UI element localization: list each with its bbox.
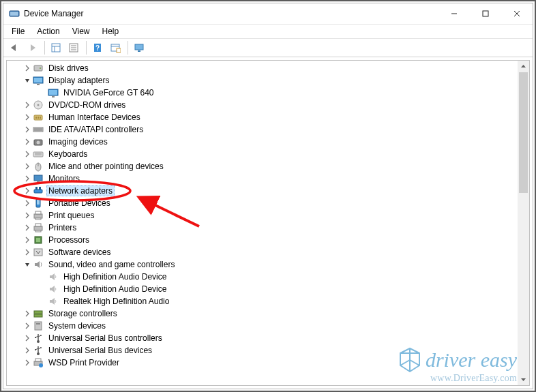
tree-item-label[interactable]: WSD Print Provider (46, 357, 121, 368)
tree-item-label[interactable]: Imaging devices (46, 136, 110, 147)
tree-item-label[interactable]: High Definition Audio Device (61, 271, 168, 282)
category-usb-devices[interactable]: Universal Serial Bus devices (7, 344, 518, 357)
software-icon (33, 247, 44, 258)
chevron-right-icon[interactable] (22, 222, 33, 233)
tree-item-label[interactable]: Human Interface Devices (46, 112, 143, 123)
category-software[interactable]: Software devices (7, 246, 518, 258)
category-disk-drives[interactable]: Disk drives (7, 62, 518, 74)
chevron-right-icon[interactable] (22, 345, 33, 356)
chevron-right-icon[interactable] (22, 308, 33, 319)
device-hda-2[interactable]: High Definition Audio Device (7, 283, 518, 295)
scroll-thumb[interactable] (519, 72, 528, 193)
svg-text:?: ? (95, 44, 100, 52)
tree-item-label[interactable]: Keyboards (46, 149, 89, 160)
menu-help[interactable]: Help (97, 25, 125, 37)
tree-item-label[interactable]: Portable Devices (46, 198, 113, 209)
scroll-down-icon[interactable] (518, 374, 529, 385)
category-system[interactable]: System devices (7, 320, 518, 332)
category-storage[interactable]: Storage controllers (7, 307, 518, 320)
tree-item-label[interactable]: Universal Serial Bus devices (46, 345, 154, 356)
menu-action[interactable]: Action (31, 25, 65, 37)
svg-rect-6 (52, 44, 60, 52)
chevron-right-icon[interactable] (22, 149, 33, 160)
speaker-icon (48, 296, 59, 307)
toolbar-forward-button[interactable] (24, 40, 40, 56)
ide-icon (33, 124, 44, 135)
category-ide[interactable]: IDE ATA/ATAPI controllers (7, 123, 518, 136)
category-usb-controllers[interactable]: Universal Serial Bus controllers (7, 332, 518, 344)
scroll-up-icon[interactable] (518, 61, 529, 72)
device-tree-panel: Disk drivesDisplay adaptersNVIDIA GeForc… (6, 60, 530, 386)
device-nvidia-gt640[interactable]: NVIDIA GeForce GT 640 (7, 87, 518, 99)
chevron-down-icon[interactable] (22, 259, 33, 270)
chevron-right-icon[interactable] (22, 136, 33, 147)
category-mice[interactable]: Mice and other pointing devices (7, 160, 518, 172)
tree-item-label[interactable]: Software devices (46, 247, 113, 258)
toolbar-show-hidden-button[interactable] (48, 40, 64, 56)
vertical-scrollbar[interactable] (518, 61, 529, 385)
tree-item-label[interactable]: Disk drives (46, 63, 91, 74)
category-dvd[interactable]: DVD/CD-ROM drives (7, 99, 518, 111)
category-wsd[interactable]: WSD Print Provider (7, 357, 518, 369)
tree-item-label[interactable]: Monitors (46, 173, 82, 184)
tree-item-label[interactable]: Display adapters (46, 75, 111, 86)
category-portable[interactable]: Portable Devices (7, 197, 518, 209)
chevron-right-icon[interactable] (22, 161, 33, 172)
category-sound[interactable]: Sound, video and game controllers (7, 258, 518, 271)
category-network-adapters[interactable]: Network adapters (7, 185, 518, 197)
chevron-right-icon[interactable] (22, 198, 33, 209)
category-processors[interactable]: Processors (7, 234, 518, 246)
tree-item-label[interactable]: System devices (46, 320, 108, 331)
close-button[interactable] (501, 3, 533, 24)
tree-item-label[interactable]: Print queues (46, 210, 96, 221)
device-manager-window: Device Manager File Action View Help (3, 3, 533, 389)
chevron-right-icon[interactable] (22, 320, 33, 331)
svg-rect-19 (138, 50, 140, 52)
toolbar-scan-button[interactable] (107, 40, 123, 56)
chevron-right-icon[interactable] (22, 247, 33, 258)
tree-item-label[interactable]: IDE ATA/ATAPI controllers (46, 124, 145, 135)
category-hid[interactable]: Human Interface Devices (7, 111, 518, 123)
tree-item-label[interactable]: Processors (46, 235, 91, 245)
category-printers[interactable]: Printers (7, 222, 518, 234)
maximize-button[interactable] (470, 3, 501, 24)
toolbar-properties-button[interactable] (65, 40, 82, 56)
tree-item-label[interactable]: Printers (46, 222, 78, 233)
category-monitors[interactable]: Monitors (7, 172, 518, 185)
chevron-right-icon[interactable] (22, 100, 33, 110)
toolbar-help-button[interactable]: ? (89, 40, 106, 56)
tree-item-label[interactable]: Universal Serial Bus controllers (46, 333, 164, 344)
category-display-adapters[interactable]: Display adapters (7, 74, 518, 87)
tree-item-label[interactable]: Network adapters (46, 185, 115, 196)
display-icon (33, 75, 44, 86)
device-realtek[interactable]: Realtek High Definition Audio (7, 295, 518, 307)
tree-item-label[interactable]: Sound, video and game controllers (46, 259, 177, 270)
chevron-down-icon[interactable] (22, 75, 33, 86)
device-tree[interactable]: Disk drivesDisplay adaptersNVIDIA GeForc… (7, 61, 518, 385)
tree-item-label[interactable]: NVIDIA GeForce GT 640 (61, 87, 156, 98)
tree-item-label[interactable]: Mice and other pointing devices (46, 161, 166, 172)
chevron-right-icon[interactable] (22, 173, 33, 184)
toolbar-monitor-button[interactable] (131, 40, 147, 56)
chevron-right-icon[interactable] (22, 124, 33, 135)
category-print-queues[interactable]: Print queues (7, 209, 518, 222)
toolbar-back-button[interactable] (6, 40, 23, 56)
tree-item-label[interactable]: DVD/CD-ROM drives (46, 100, 128, 110)
menu-file[interactable]: File (6, 25, 30, 37)
chevron-right-icon[interactable] (22, 185, 33, 196)
chevron-right-icon[interactable] (22, 235, 33, 245)
tree-item-label[interactable]: High Definition Audio Device (61, 284, 168, 295)
tree-item-label[interactable]: Realtek High Definition Audio (61, 296, 171, 307)
chevron-right-icon[interactable] (22, 210, 33, 221)
chevron-right-icon[interactable] (22, 112, 33, 123)
minimize-button[interactable] (438, 3, 470, 24)
chevron-right-icon[interactable] (22, 357, 33, 368)
tree-item-label[interactable]: Storage controllers (46, 308, 119, 319)
scroll-track[interactable] (518, 72, 529, 374)
device-hda-1[interactable]: High Definition Audio Device (7, 271, 518, 283)
chevron-right-icon[interactable] (22, 333, 33, 344)
menu-view[interactable]: View (67, 25, 95, 37)
category-keyboards[interactable]: Keyboards (7, 148, 518, 160)
chevron-right-icon[interactable] (22, 63, 33, 74)
category-imaging[interactable]: Imaging devices (7, 136, 518, 148)
